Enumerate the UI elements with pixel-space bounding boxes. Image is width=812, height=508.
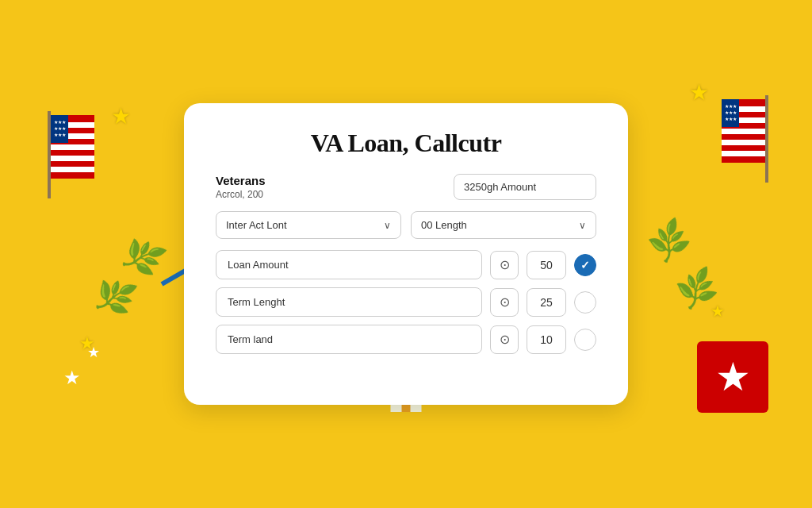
svg-rect-1 — [51, 115, 94, 179]
term-length-label: Term Lenght — [216, 287, 482, 317]
amount-field[interactable] — [454, 174, 596, 200]
svg-rect-15 — [722, 129, 765, 134]
svg-rect-0 — [48, 111, 51, 198]
page-title: VA Loan, Callcutr — [216, 129, 596, 158]
star-decoration-right-top: ★ — [689, 79, 709, 106]
pine-branch-left2: 🌿 — [90, 272, 140, 321]
svg-rect-2 — [51, 122, 94, 128]
svg-rect-4 — [51, 144, 94, 150]
star-decoration-right-bottom: ★ — [710, 302, 725, 321]
chevron-down-icon-2: ∨ — [579, 220, 586, 231]
term-land-label: Term land — [216, 325, 482, 354]
loan-amount-label: Loan Amount — [216, 250, 482, 279]
svg-rect-18 — [722, 99, 739, 127]
svg-text:★★★: ★★★ — [54, 126, 66, 131]
star-decoration-left-top: ★ — [111, 103, 131, 129]
white-star-decoration: ★ — [63, 367, 81, 389]
term-land-value: 10 — [527, 325, 566, 354]
veterans-section: Veterans Acrcol, 200 — [216, 174, 266, 200]
loan-amount-icon[interactable]: ⊙ — [490, 251, 519, 279]
main-card: VA Loan, Callcutr Veterans Acrcol, 200 I… — [184, 103, 628, 405]
pine-branch-right2: 🌿 — [672, 264, 722, 313]
star-decoration-left-bottom: ★ — [79, 333, 95, 354]
svg-rect-13 — [722, 106, 765, 112]
dropdown-interest-type[interactable]: Inter Act Lont ∨ — [216, 211, 401, 239]
term-length-value: 25 — [527, 288, 566, 317]
pine-branch-left: 🌿 — [117, 231, 170, 283]
svg-text:★★★: ★★★ — [725, 110, 737, 115]
svg-rect-14 — [722, 117, 765, 123]
term-land-radio[interactable] — [574, 329, 596, 351]
svg-text:★★★: ★★★ — [54, 133, 66, 137]
chevron-down-icon: ∨ — [384, 220, 391, 231]
term-length-icon[interactable]: ⊙ — [490, 288, 519, 317]
pine-branch-right: 🌿 — [643, 215, 696, 267]
term-land-icon[interactable]: ⊙ — [490, 325, 519, 354]
svg-text:★★★: ★★★ — [54, 120, 66, 125]
target-icon-2: ⊙ — [500, 294, 510, 310]
svg-text:★★★: ★★★ — [725, 104, 737, 109]
svg-rect-5 — [51, 156, 94, 161]
term-length-radio[interactable] — [574, 291, 596, 314]
dropdown-length-label: 00 Length — [421, 219, 467, 231]
svg-rect-11 — [765, 95, 768, 183]
top-section: Veterans Acrcol, 200 — [216, 174, 596, 200]
flag-left: ★★★ ★★★ ★★★ — [44, 111, 99, 202]
target-icon-3: ⊙ — [500, 332, 510, 347]
dropdown-interest-label: Inter Act Lont — [226, 219, 287, 231]
veterans-label: Veterans — [216, 174, 266, 187]
white-star-decoration-2: ★ — [87, 344, 100, 361]
veterans-sub: Acrcol, 200 — [216, 189, 266, 200]
calculator-rows: Loan Amount ⊙ 50 Term Lenght ⊙ 25 Term l… — [216, 250, 596, 354]
loan-amount-radio[interactable] — [574, 254, 596, 276]
target-icon: ⊙ — [500, 257, 510, 272]
dropdown-loan-length[interactable]: 00 Length ∨ — [411, 211, 596, 239]
star-icon-red-box: ★ — [715, 354, 751, 400]
table-row: Term land ⊙ 10 — [216, 325, 596, 354]
svg-rect-7 — [51, 115, 68, 143]
svg-rect-16 — [722, 140, 765, 145]
svg-rect-17 — [722, 151, 765, 156]
svg-rect-3 — [51, 133, 94, 139]
table-row: Term Lenght ⊙ 25 — [216, 287, 596, 317]
loan-amount-value: 50 — [527, 251, 566, 279]
table-row: Loan Amount ⊙ 50 — [216, 250, 596, 279]
svg-rect-12 — [722, 99, 765, 163]
flag-right: ★★★ ★★★ ★★★ — [717, 95, 772, 186]
red-star-box: ★ — [697, 341, 768, 413]
svg-rect-6 — [51, 167, 94, 172]
svg-text:★★★: ★★★ — [725, 117, 737, 121]
dropdown-row: Inter Act Lont ∨ 00 Length ∨ — [216, 211, 596, 239]
